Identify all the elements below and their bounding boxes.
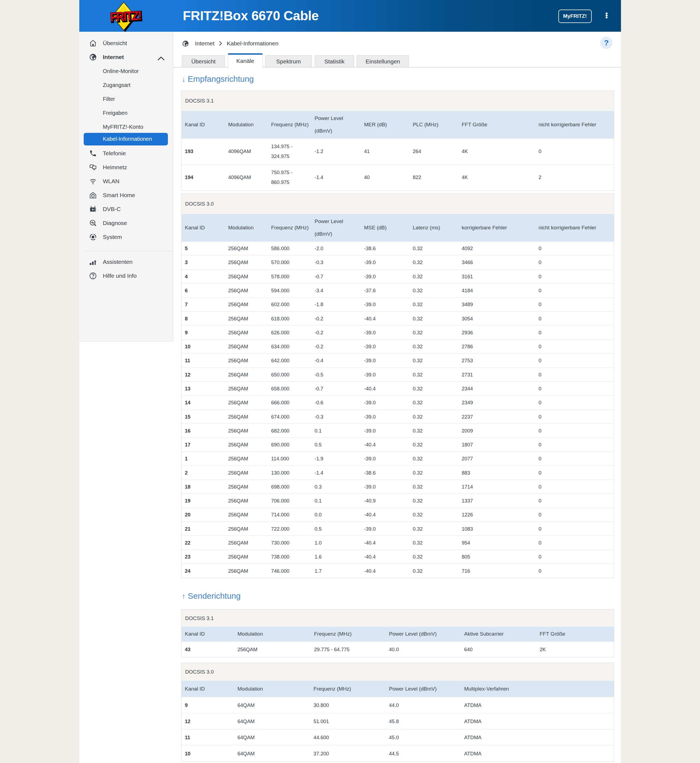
svg-text:FRITZ!: FRITZ! bbox=[109, 8, 142, 24]
